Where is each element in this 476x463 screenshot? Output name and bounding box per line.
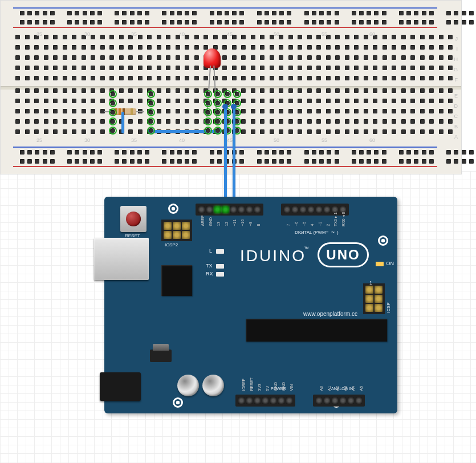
jumper-wire[interactable]	[121, 112, 124, 133]
capacitor	[177, 375, 199, 396]
model-badge: UNO	[318, 242, 369, 267]
reset-button[interactable]	[120, 206, 147, 232]
terminal-bottom	[7, 88, 454, 140]
usb-port[interactable]	[94, 238, 149, 280]
brand-label: IDUINO	[240, 247, 306, 265]
icsp2-header[interactable]	[161, 220, 192, 241]
led-dome-icon	[204, 48, 221, 68]
led-on-indicator	[376, 262, 384, 266]
icsp-label: ICSP	[386, 302, 391, 313]
power-rail-bottom	[7, 144, 454, 169]
jumper-wire-to-pin-12[interactable]	[233, 106, 235, 206]
power-header[interactable]	[235, 395, 295, 407]
voltage-regulator	[150, 350, 172, 362]
digital-header-lower[interactable]	[281, 204, 349, 216]
wire-endpoint	[231, 104, 237, 109]
led-rx-label: RX	[206, 271, 213, 277]
analog-header[interactable]	[313, 395, 365, 407]
led-tx-label: TX	[206, 263, 213, 269]
tm-symbol: ™	[304, 246, 309, 251]
breadboard[interactable]: 25253030353540404545505055556060JIHGFEDC…	[0, 0, 462, 174]
pwm-wave-icon: ~	[331, 229, 335, 235]
jumper-wire-to-pin-13[interactable]	[224, 106, 227, 206]
arduino-uno-board[interactable]: RESET ICSP2 DIGITAL (PWM= ~ ) L TX RX ON…	[104, 197, 397, 413]
power-rail-top	[7, 5, 454, 30]
icsp-one: 1	[369, 280, 372, 286]
icsp-header[interactable]	[363, 283, 385, 314]
led-rx-indicator	[216, 272, 224, 277]
capacitor	[202, 375, 224, 396]
digital-header-upper[interactable]	[196, 204, 263, 216]
wire-endpoint	[222, 104, 228, 109]
url-label: www.openplatform.cc	[303, 311, 357, 317]
terminal-top	[7, 35, 454, 86]
mount-hole	[168, 204, 178, 214]
on-label: ON	[387, 261, 394, 266]
mount-hole	[378, 235, 388, 246]
atmega328p-chip	[246, 319, 387, 342]
icsp2-label: ICSP2	[165, 242, 178, 247]
power-jack[interactable]	[100, 372, 141, 401]
led-l-label: L	[209, 248, 212, 254]
led-l-indicator	[216, 249, 224, 254]
digital-section-label: DIGITAL (PWM=	[295, 230, 328, 235]
mount-hole	[173, 397, 183, 408]
led-tx-indicator	[216, 264, 224, 269]
red-led[interactable]	[204, 48, 221, 68]
atmega16u2-chip	[161, 265, 192, 296]
